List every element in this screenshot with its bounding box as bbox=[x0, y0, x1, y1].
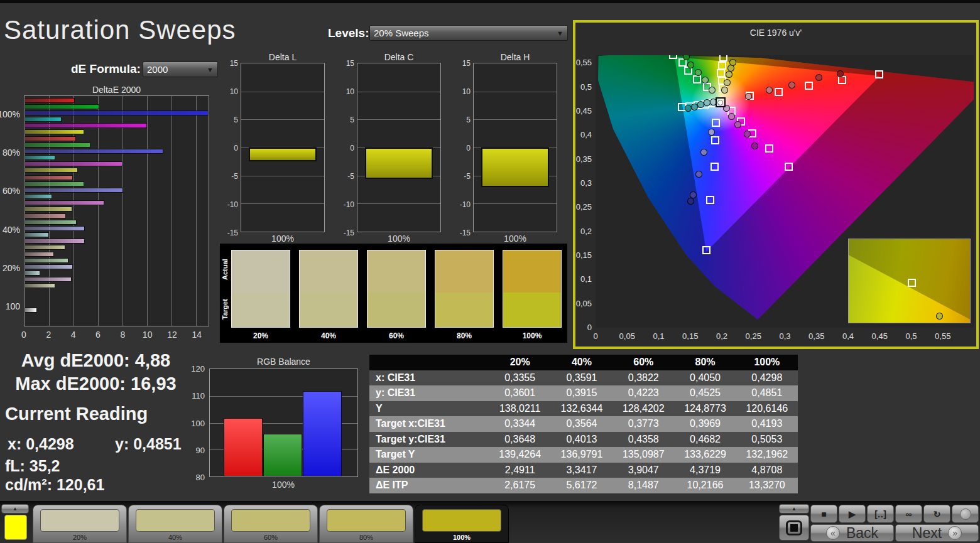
table-cell: 8,1487 bbox=[612, 478, 674, 493]
deltae-bar bbox=[24, 98, 75, 103]
back-button[interactable]: « Back bbox=[810, 524, 894, 542]
back-button-label: Back bbox=[846, 525, 878, 542]
lens-button[interactable] bbox=[952, 505, 979, 523]
x-tick-label: 2 bbox=[46, 330, 51, 340]
cie-target-green bbox=[669, 55, 677, 59]
gridline bbox=[474, 119, 557, 120]
sample-button-100%[interactable]: 100% bbox=[415, 505, 509, 543]
actual-color bbox=[368, 250, 425, 293]
table-cell: 4,8708 bbox=[736, 463, 798, 478]
infinity-button[interactable]: ∞ bbox=[895, 505, 922, 523]
lens-icon bbox=[960, 508, 971, 520]
actual-row-label: Actual bbox=[221, 251, 231, 288]
play-button[interactable]: ▶ bbox=[839, 505, 866, 523]
y-tick-label: 0,25 bbox=[576, 202, 592, 212]
x-tick-label: 0,45 bbox=[872, 331, 888, 341]
bar-group-100 bbox=[24, 308, 209, 314]
gridline bbox=[474, 203, 557, 204]
cie-title: CIE 1976 u'v' bbox=[575, 28, 976, 38]
deltae-bar bbox=[24, 258, 68, 263]
table-cell: 5,6172 bbox=[551, 478, 612, 493]
sample-button-label: 100% bbox=[415, 534, 508, 541]
y-tick-label: 0,35 bbox=[576, 154, 592, 164]
cie-x-labels: 00,050,10,150,20,250,30,350,40,450,50,55 bbox=[596, 330, 974, 343]
chart-title: Delta L bbox=[241, 52, 325, 62]
y-tick-label: 15 bbox=[454, 59, 471, 68]
y-tick-label: 0,15 bbox=[576, 250, 592, 260]
cie-target-yellow bbox=[719, 55, 727, 62]
y-tick-label: -15 bbox=[222, 228, 238, 237]
chevron-down-icon: ▼ bbox=[207, 66, 214, 73]
sample-swatch bbox=[136, 509, 215, 532]
target-color bbox=[503, 293, 561, 327]
delta-chart-delta-l: Delta L151050-5-10-15100% bbox=[222, 52, 326, 244]
y-tick-label: 5 bbox=[454, 116, 471, 124]
max-de2000: Max dE2000: 16,93 bbox=[9, 374, 182, 394]
cie-measured-cyan bbox=[685, 105, 692, 112]
collapse-patch-panel-button[interactable]: ▲ bbox=[1, 504, 29, 513]
gridline bbox=[357, 92, 440, 92]
de-formula-dropdown[interactable]: 2000 ▼ bbox=[143, 62, 218, 77]
cie-target-magenta bbox=[765, 144, 773, 153]
y-tick-label: -10 bbox=[454, 200, 471, 209]
delta-value-bar bbox=[481, 148, 549, 187]
table-header: 60% bbox=[612, 355, 674, 370]
actual-color bbox=[300, 250, 357, 293]
table-cell: 3,9047 bbox=[612, 463, 674, 478]
cie-zoom-inset bbox=[848, 239, 971, 323]
stop-button[interactable]: ■ bbox=[810, 505, 837, 523]
rgb-balance-title: RGB Balance bbox=[209, 357, 358, 367]
cie-target-green bbox=[693, 75, 701, 83]
table-cell: 0,3591 bbox=[551, 370, 612, 386]
up-arrow-icon: ▲ bbox=[13, 506, 18, 512]
loop-button[interactable]: ↻ bbox=[923, 505, 950, 523]
stop-measure-button[interactable] bbox=[779, 515, 809, 540]
next-button[interactable]: Next » bbox=[895, 524, 979, 542]
table-cell: 0,3355 bbox=[489, 370, 551, 386]
deltae-bar bbox=[24, 239, 85, 244]
cie-target-red bbox=[875, 70, 883, 78]
sample-button-80%[interactable]: 80% bbox=[319, 505, 413, 543]
table-cell: 136,9791 bbox=[551, 447, 612, 463]
bar-group-60% bbox=[24, 175, 209, 213]
y-tick-label: 10 bbox=[222, 87, 238, 96]
deltae-bar bbox=[24, 117, 62, 122]
y-tick-label: -10 bbox=[222, 200, 238, 209]
bar-group-80% bbox=[24, 136, 209, 174]
cie-measured-yellow bbox=[721, 87, 728, 94]
chart-title: Delta C bbox=[357, 52, 441, 62]
actual-target-swatch-panel: ActualTarget20%40%60%80%100% bbox=[220, 244, 567, 343]
delta-chart-delta-c: Delta C151050-5-10-15100% bbox=[338, 52, 442, 244]
row-label: Target Y bbox=[369, 447, 489, 463]
table-row: x: CIE310,33550,35910,38220,40500,4298 bbox=[369, 370, 798, 386]
cie-y-labels: 0,550,50,450,40,350,30,250,20,150,10,050 bbox=[575, 55, 593, 328]
actual-target-swatch-60% bbox=[367, 250, 426, 328]
cie-measured-blue bbox=[687, 198, 694, 205]
y-tick-label: 80 bbox=[196, 473, 205, 482]
collapse-controls-button[interactable]: ▲ bbox=[779, 504, 809, 513]
x-tick-label: 0,2 bbox=[716, 331, 727, 341]
deltae-bar bbox=[24, 149, 163, 154]
y-tick-label: 10 bbox=[338, 87, 354, 96]
sample-button-40%[interactable]: 40% bbox=[128, 505, 222, 543]
sample-button-label: 80% bbox=[320, 534, 413, 541]
chevron-left-icon: « bbox=[826, 526, 840, 540]
y-tick-label: 110 bbox=[192, 391, 205, 401]
x-tick-label: 12 bbox=[167, 330, 177, 340]
delta-value-bar bbox=[249, 148, 317, 161]
sample-button-60%[interactable]: 60% bbox=[224, 505, 318, 543]
measurement-table: 20%40%60%80%100%x: CIE310,33550,35910,38… bbox=[369, 355, 798, 493]
cie-measured-magenta bbox=[734, 121, 741, 128]
cie-measured-green bbox=[683, 55, 690, 60]
delta-plot bbox=[357, 63, 441, 232]
sample-button-20%[interactable]: 20% bbox=[33, 505, 127, 543]
range-button[interactable]: [‥] bbox=[867, 505, 894, 523]
de-formula-value: 2000 bbox=[147, 64, 207, 75]
y-tick-label: -15 bbox=[338, 228, 354, 237]
cie-measured-red bbox=[815, 74, 822, 81]
levels-dropdown[interactable]: 20% Sweeps ▼ bbox=[369, 25, 568, 41]
y-tick-label: 0 bbox=[587, 323, 592, 332]
group-label: 60% bbox=[3, 186, 20, 196]
table-cell: 132,6344 bbox=[551, 401, 612, 417]
swatch-label: 100% bbox=[523, 331, 542, 340]
